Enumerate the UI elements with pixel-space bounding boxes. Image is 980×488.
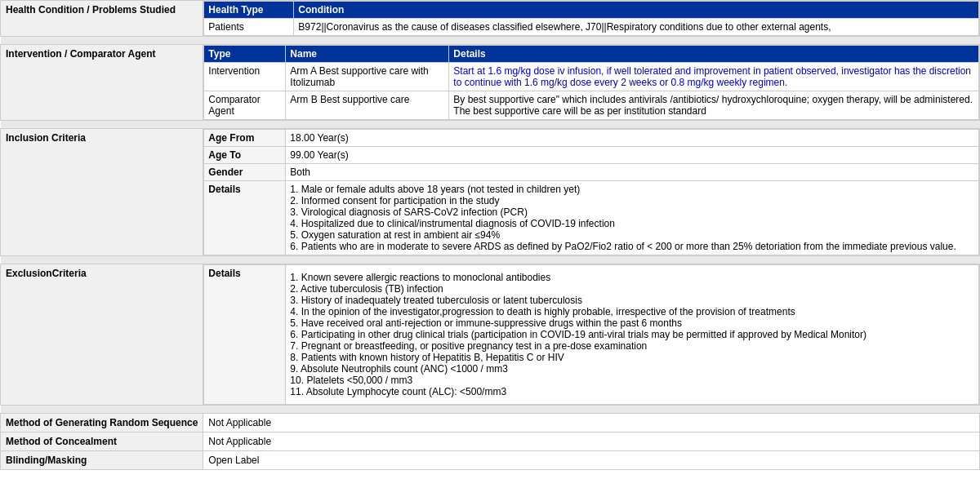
exclusion-details-row: Details 1. Known severe allergic reactio… xyxy=(204,265,979,405)
method-concealment-row: Method of Concealment Not Applicable xyxy=(1,433,980,451)
inclusion-details-line-4: 4. Hospitalized due to clinical/instrume… xyxy=(290,218,974,229)
health-condition-content: Health Type Condition Patients B972||Cor… xyxy=(203,1,980,37)
health-condition-inner-table: Health Type Condition Patients B972||Cor… xyxy=(203,1,979,36)
exclusion-details-line-10: 10. Platelets <50,000 / mm3 xyxy=(290,375,974,386)
exclusion-details-line-5: 5. Have received oral anti-rejection or … xyxy=(290,317,974,329)
spacer-1 xyxy=(1,37,980,45)
health-condition-header-row: Health Type Condition xyxy=(204,2,979,19)
intervention-data-row-2: Comparator Agent Arm B Best supportive c… xyxy=(204,91,979,120)
inclusion-details-line-5: 5. Oxygen saturation at rest in ambient … xyxy=(290,229,974,241)
exclusion-criteria-row: ExclusionCriteria Details 1. Known sever… xyxy=(1,264,980,406)
health-type-value: Patients xyxy=(204,19,294,36)
inclusion-criteria-label: Inclusion Criteria xyxy=(1,129,203,256)
main-content-table: Health Condition / Problems Studied Heal… xyxy=(0,0,980,470)
exclusion-details-value: 1. Known severe allergic reactions to mo… xyxy=(286,265,979,405)
intervention-details-2: By best supportive care" which includes … xyxy=(449,91,979,120)
method-concealment-value: Not Applicable xyxy=(203,433,980,451)
exclusion-criteria-label: ExclusionCriteria xyxy=(1,264,203,406)
inclusion-details-line-3: 3. Virological diagnosis of SARS-CoV2 in… xyxy=(290,206,974,218)
intervention-content: Type Name Details Intervention Arm A Bes… xyxy=(203,45,980,121)
intervention-row: Intervention / Comparator Agent Type Nam… xyxy=(1,45,980,121)
exclusion-details-line-4: 4. In the opinion of the investigator,pr… xyxy=(290,306,974,317)
exclusion-details-line-8: 8. Patients with known history of Hepati… xyxy=(290,352,974,363)
inclusion-details-value: 1. Male or female adults above 18 years … xyxy=(286,181,979,255)
intervention-data-row-1: Intervention Arm A Best supportive care … xyxy=(204,63,979,91)
exclusion-details-line-1: 1. Known severe allergic reactions to mo… xyxy=(290,272,974,283)
age-from-value: 18.00 Year(s) xyxy=(286,130,979,147)
intervention-type-1: Intervention xyxy=(204,63,286,91)
intervention-label: Intervention / Comparator Agent xyxy=(1,45,203,121)
intervention-type-2: Comparator Agent xyxy=(204,91,286,120)
method-concealment-label: Method of Concealment xyxy=(1,433,203,451)
inclusion-details-label: Details xyxy=(204,181,286,255)
health-condition-data-row: Patients B972||Coronavirus as the cause … xyxy=(204,19,979,36)
method-random-value: Not Applicable xyxy=(203,414,980,433)
condition-value: B972||Coronavirus as the cause of diseas… xyxy=(294,19,979,36)
intervention-inner-table: Type Name Details Intervention Arm A Bes… xyxy=(203,45,979,120)
health-condition-row: Health Condition / Problems Studied Heal… xyxy=(1,1,980,37)
spacer-4 xyxy=(1,406,980,414)
inclusion-details-line-1: 1. Male or female adults above 18 years … xyxy=(290,184,974,195)
inclusion-criteria-content: Age From 18.00 Year(s) Age To 99.00 Year… xyxy=(203,129,980,256)
type-header: Type xyxy=(204,46,286,63)
health-type-header: Health Type xyxy=(204,2,294,19)
blinding-label: Blinding/Masking xyxy=(1,451,203,470)
inclusion-criteria-row: Inclusion Criteria Age From 18.00 Year(s… xyxy=(1,129,980,256)
inclusion-details-row: Details 1. Male or female adults above 1… xyxy=(204,181,979,255)
age-to-row: Age To 99.00 Year(s) xyxy=(204,147,979,164)
exclusion-criteria-content: Details 1. Known severe allergic reactio… xyxy=(203,264,980,406)
condition-header: Condition xyxy=(294,2,979,19)
exclusion-details-line-6: 6. Participating in other drug clinical … xyxy=(290,329,974,340)
inclusion-inner-table: Age From 18.00 Year(s) Age To 99.00 Year… xyxy=(203,129,979,255)
blinding-value: Open Label xyxy=(203,451,980,470)
inclusion-details-line-2: 2. Informed consent for participation in… xyxy=(290,195,974,206)
intervention-name-2: Arm B Best supportive care xyxy=(286,91,449,120)
exclusion-details-line-9: 9. Absolute Neutrophils count (ANC) <100… xyxy=(290,363,974,375)
inclusion-details-line-6: 6. Patients who are in moderate to sever… xyxy=(290,241,974,252)
spacer-2 xyxy=(1,121,980,129)
blinding-row: Blinding/Masking Open Label xyxy=(1,451,980,470)
age-to-value: 99.00 Year(s) xyxy=(286,147,979,164)
intervention-details-1: Start at 1.6 mg/kg dose iv infusion, if … xyxy=(449,63,979,91)
intervention-header-row: Type Name Details xyxy=(204,46,979,63)
method-random-label: Method of Generating Random Sequence xyxy=(1,414,203,433)
exclusion-details-line-3: 3. History of inadequately treated tuber… xyxy=(290,295,974,306)
method-random-row: Method of Generating Random Sequence Not… xyxy=(1,414,980,433)
gender-row: Gender Both xyxy=(204,164,979,181)
exclusion-inner-table: Details 1. Known severe allergic reactio… xyxy=(203,264,979,405)
age-from-label: Age From xyxy=(204,130,286,147)
name-header: Name xyxy=(286,46,449,63)
gender-label: Gender xyxy=(204,164,286,181)
details-header: Details xyxy=(449,46,979,63)
gender-value: Both xyxy=(286,164,979,181)
age-to-label: Age To xyxy=(204,147,286,164)
exclusion-details-line-7: 7. Pregnant or breastfeeding, or positiv… xyxy=(290,340,974,352)
intervention-name-1: Arm A Best supportive care with Itolizum… xyxy=(286,63,449,91)
exclusion-details-label: Details xyxy=(204,265,286,405)
health-condition-label: Health Condition / Problems Studied xyxy=(1,1,203,37)
exclusion-details-line-11: 11. Absolute Lymphocyte count (ALC): <50… xyxy=(290,386,974,397)
spacer-3 xyxy=(1,256,980,264)
exclusion-details-line-2: 2. Active tuberculosis (TB) infection xyxy=(290,283,974,295)
age-from-row: Age From 18.00 Year(s) xyxy=(204,130,979,147)
